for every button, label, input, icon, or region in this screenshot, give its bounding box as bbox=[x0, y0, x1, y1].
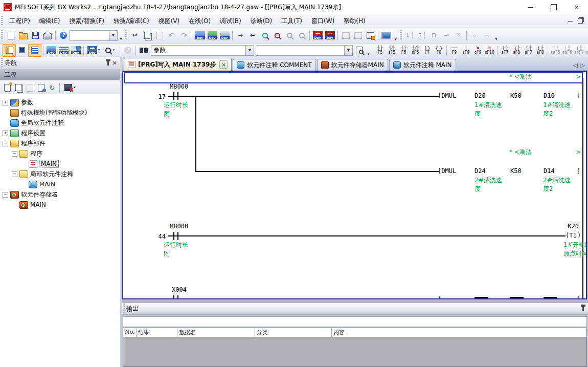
device-batch-button[interactable]: Dev bbox=[70, 45, 82, 56]
menu-diagnostics[interactable]: 诊断(D) bbox=[246, 15, 277, 27]
coil[interactable]: (T1 bbox=[566, 232, 577, 239]
ladder-application-button[interactable]: { }F8 bbox=[433, 44, 445, 56]
ladder-falling-branch-button[interactable]: ↓├aF8 bbox=[534, 44, 546, 56]
menu-tool[interactable]: 工具(T) bbox=[277, 15, 307, 27]
menu-window[interactable]: 窗口(W) bbox=[307, 15, 339, 27]
column-result[interactable]: 结果 bbox=[137, 328, 177, 337]
comment-display-button[interactable] bbox=[353, 45, 365, 56]
ladder-falling-pulse-button[interactable]: ↓├sF8 bbox=[511, 44, 523, 56]
ladder-open-branch-button[interactable]: ┤├F6 bbox=[398, 44, 410, 56]
menu-compile[interactable]: 转换/编译(C) bbox=[109, 15, 154, 27]
menu-project[interactable]: 工程(P) bbox=[5, 15, 35, 27]
instruction[interactable]: [DMUL bbox=[438, 167, 456, 175]
tree-item-main-comment[interactable]: MAIN bbox=[0, 179, 120, 189]
expand-icon[interactable]: + bbox=[3, 100, 8, 105]
tree-item-local-comment[interactable]: −局部软元件注释 bbox=[0, 169, 120, 179]
operand[interactable]: D20 bbox=[474, 92, 486, 99]
device-display-button[interactable]: Dev▾ bbox=[85, 45, 102, 56]
ladder-editor[interactable]: * <乘法 > 17 M8000 运行时长 闭 [DMUL D20 K50 D1… bbox=[122, 71, 587, 299]
tab-comment-main[interactable]: 软元件注释 MAIN bbox=[389, 59, 456, 71]
device-comment-find-button[interactable]: Dev bbox=[45, 45, 57, 56]
new-item-button[interactable] bbox=[2, 82, 13, 93]
toolbar-grip[interactable] bbox=[400, 30, 402, 40]
mdi-minimize-icon[interactable] bbox=[568, 21, 573, 21]
tree-item-global-comment[interactable]: 全局软元件注释 bbox=[0, 118, 120, 128]
redo-button[interactable]: ↷ bbox=[178, 30, 190, 41]
instruction[interactable]: [DMUL bbox=[438, 92, 456, 99]
ladder-close-branch-button[interactable]: ┤⁄├sF6 bbox=[410, 44, 421, 56]
pin-icon[interactable] bbox=[107, 61, 109, 66]
tab-device-memory-main[interactable]: 软元件存储器MAIN bbox=[317, 59, 388, 71]
mdi-restore-icon[interactable] bbox=[578, 18, 583, 24]
menu-grip[interactable] bbox=[1, 16, 3, 26]
watch-stop-button[interactable]: ⇡┆ bbox=[416, 30, 428, 41]
menu-view[interactable]: 视图(V) bbox=[154, 15, 185, 27]
tree-item-main-device-memory[interactable]: MAIN bbox=[0, 200, 120, 210]
combo-arrow-icon[interactable]: ▼ bbox=[245, 46, 254, 55]
operand[interactable]: D14 bbox=[544, 167, 555, 175]
column-category[interactable]: 分类 bbox=[255, 328, 332, 337]
column-no[interactable]: No. bbox=[123, 328, 137, 337]
device-list-button[interactable]: Dev bbox=[57, 45, 70, 56]
read-from-plc-button[interactable]: ← bbox=[246, 30, 259, 41]
menu-edit[interactable]: 编辑(E) bbox=[35, 15, 65, 27]
copy-button[interactable] bbox=[141, 30, 153, 41]
expand-icon[interactable]: + bbox=[3, 131, 8, 136]
find-keyword-combo[interactable]: ▼ bbox=[256, 45, 353, 56]
toolbar-grip[interactable] bbox=[1, 30, 3, 40]
statement-text[interactable]: * <乘法 bbox=[509, 148, 532, 156]
tab-device-comment[interactable]: 软元件注释 COMMENT bbox=[233, 59, 315, 71]
ladder-open-contact-button[interactable]: ┤├F5 bbox=[374, 44, 386, 56]
new-project-button[interactable] bbox=[5, 30, 17, 41]
undo-button[interactable]: ↶ bbox=[166, 30, 178, 41]
ladder-pulse-ne2-button[interactable]: ↓╫saF6 bbox=[561, 44, 573, 56]
output-window-button[interactable] bbox=[28, 44, 41, 57]
pulse-monitor-button[interactable]: ⊓ bbox=[428, 30, 440, 41]
watch-start-button[interactable]: ⇣┆ bbox=[403, 30, 416, 41]
toolbar-grip[interactable] bbox=[125, 30, 127, 40]
ladder-delete-hline-button[interactable]: ✕cF9 bbox=[472, 44, 484, 56]
window-tile-button[interactable] bbox=[352, 30, 364, 41]
ladder-pulse-ne1-button[interactable]: ↑╫saF5 bbox=[550, 44, 561, 56]
ladder-pulse-ne3-button[interactable]: ↑╫saF7 bbox=[573, 44, 585, 56]
monitor-stop-button[interactable] bbox=[271, 30, 283, 41]
menu-debug[interactable]: 调试(B) bbox=[215, 15, 246, 27]
statement-text[interactable]: * <乘法 bbox=[509, 73, 532, 80]
toolbar-overflow[interactable]: ▾ bbox=[493, 30, 500, 41]
close-button[interactable]: × bbox=[565, 0, 588, 14]
find-button[interactable] bbox=[138, 45, 150, 56]
device-off-button[interactable]: Dev bbox=[324, 30, 336, 41]
tree-item-pou[interactable]: −程序部件 bbox=[0, 138, 120, 148]
ladder-delete-vline-button[interactable]: ✕cF10 bbox=[484, 44, 495, 56]
print-button[interactable] bbox=[41, 30, 54, 41]
combo-arrow-icon[interactable]: ▼ bbox=[344, 46, 352, 55]
forced-io-button[interactable]: ⇲ bbox=[453, 30, 465, 41]
minimize-button[interactable] bbox=[519, 0, 542, 14]
operand[interactable]: K50 bbox=[510, 92, 522, 99]
ladder-rising-branch-button[interactable]: ↑├aF7 bbox=[523, 44, 534, 56]
toolbar-overflow[interactable]: ▾ bbox=[118, 30, 124, 41]
property-button[interactable]: i bbox=[35, 82, 47, 93]
menu-help[interactable]: 帮助(H) bbox=[339, 15, 370, 27]
tab-scroll-right-icon[interactable]: ▷ bbox=[581, 62, 585, 69]
paste-item-button[interactable] bbox=[24, 82, 35, 93]
write-to-plc-button[interactable]: → bbox=[234, 30, 246, 41]
ladder-coil-button[interactable]: ( )F7 bbox=[421, 44, 433, 56]
maximize-button[interactable] bbox=[542, 0, 565, 14]
tree-item-special-module[interactable]: 特殊模块(智能功能模块) bbox=[0, 107, 120, 118]
combo-arrow-icon[interactable]: ▼ bbox=[109, 31, 117, 40]
tree-item-program[interactable]: −程序 bbox=[0, 148, 120, 159]
contact-device[interactable]: M8000 bbox=[170, 223, 188, 230]
device-verify-button[interactable]: Dev bbox=[218, 30, 231, 41]
collapse-icon[interactable]: − bbox=[3, 141, 8, 146]
monitor-start-button[interactable] bbox=[259, 30, 271, 41]
device-write-button[interactable]: Dev bbox=[194, 30, 206, 41]
ladder-pulse-ne4-button[interactable]: ↓╫saF8 bbox=[585, 44, 588, 56]
sampling-trace-button[interactable]: ⊸ bbox=[440, 30, 453, 41]
ladder-hline-button[interactable]: ──F9 bbox=[448, 44, 460, 56]
device-search-button[interactable]: ▾ bbox=[102, 45, 118, 56]
tree-item-program-setting[interactable]: +程序设置 bbox=[0, 128, 120, 138]
ladder-vline-button[interactable]: │sF9 bbox=[460, 44, 472, 56]
tab-scroll-left-icon[interactable]: ◁ bbox=[573, 62, 577, 69]
tree-item-main-program[interactable]: MAIN bbox=[0, 159, 120, 169]
